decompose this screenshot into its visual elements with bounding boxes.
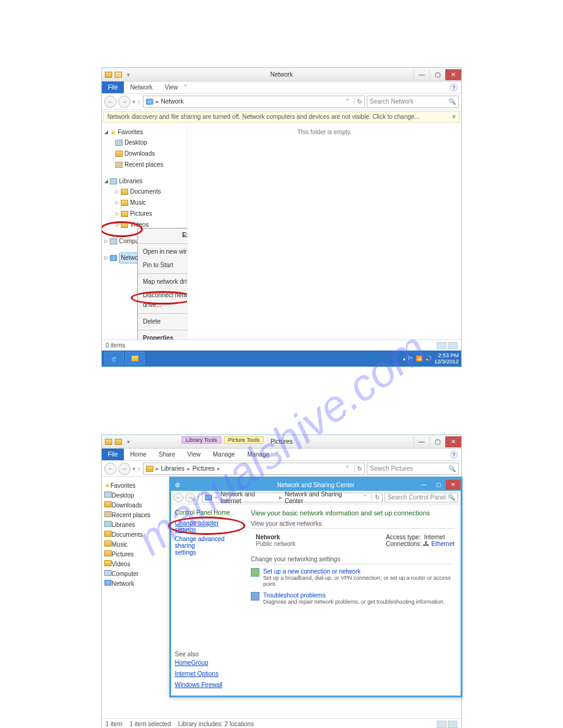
expand-icon[interactable]: ▷ [115, 198, 119, 208]
expand-icon[interactable]: ▷ [115, 209, 119, 219]
inner-search-input[interactable]: Search Control Panel 🔍 [385, 493, 458, 502]
expand-icon[interactable]: ▷ [104, 253, 108, 263]
inner-minimize-button[interactable]: — [416, 480, 431, 490]
breadcrumb-pictures[interactable]: Pictures [193, 465, 215, 472]
maximize-button[interactable]: ▢ [429, 69, 445, 80]
address-input[interactable]: ▸ Network ˅ ↻ [143, 96, 366, 108]
tray-volume-icon[interactable]: 🔊 [425, 355, 432, 362]
menu-item-properties[interactable]: Properties [138, 332, 188, 339]
help-icon[interactable]: ? [450, 451, 458, 458]
up-button[interactable]: ↑ [137, 465, 141, 472]
inner-address-input[interactable]: « Network and Internet ▸ Network and Sha… [202, 493, 383, 502]
ribbon-collapse-icon[interactable]: ˅ [184, 84, 187, 91]
taskbar-clock[interactable]: 2:53 PM 12/3/2012 [434, 352, 459, 365]
library-tools-tab[interactable]: Library Tools [182, 436, 221, 444]
taskbar-explorer-button[interactable] [125, 352, 145, 365]
breadcrumb-libraries[interactable]: Libraries [161, 465, 185, 472]
forward-button[interactable]: → [118, 463, 131, 475]
address-dropdown-icon[interactable]: ˅ [346, 465, 349, 472]
help-icon[interactable]: ? [450, 84, 458, 91]
tab-share[interactable]: Share [153, 450, 182, 459]
view-details-button[interactable] [437, 342, 446, 349]
dropdown-icon[interactable]: ▾ [124, 70, 132, 79]
sidebar-item-recent[interactable]: Recent places [104, 510, 167, 520]
minimize-button[interactable]: — [413, 436, 429, 447]
sidebar-item-music[interactable]: Music [104, 540, 167, 550]
refresh-icon[interactable]: ↻ [354, 98, 362, 105]
sidebar-item-network[interactable]: Network [112, 580, 134, 587]
search-input[interactable]: Search Pictures 🔍 [367, 463, 459, 475]
expand-icon[interactable]: ▷ [115, 220, 119, 230]
favorites-header[interactable]: Favorites [118, 127, 143, 137]
expand-icon[interactable]: ◢ [104, 127, 108, 137]
expand-icon[interactable]: ◢ [104, 176, 108, 186]
close-button[interactable]: ✕ [445, 69, 461, 80]
see-also-windows-firewall[interactable]: Windows Firewall [175, 681, 223, 689]
history-dropdown-icon[interactable]: ▾ [132, 466, 136, 472]
tab-home[interactable]: Home [124, 450, 153, 459]
sidebar-item-documents[interactable]: ▷Documents [115, 186, 185, 197]
sidebar-item-pictures[interactable]: ▷Pictures [115, 208, 185, 219]
menu-item-delete[interactable]: Delete [138, 315, 188, 328]
file-tab[interactable]: File [102, 82, 124, 93]
minimize-button[interactable]: — [413, 69, 429, 80]
breadcrumb-sharing-center[interactable]: Network and Sharing Center [285, 491, 361, 504]
tab-manage-picture[interactable]: Manage [241, 450, 275, 459]
address-dropdown-icon[interactable]: ˅ [346, 98, 349, 105]
file-tab[interactable]: File [102, 449, 124, 460]
tray-network-icon[interactable]: 📶 [416, 355, 423, 362]
view-icons-button[interactable] [448, 721, 458, 728]
maximize-button[interactable]: ▢ [429, 436, 445, 447]
sidebar-item-pictures[interactable]: Pictures [104, 550, 167, 559]
change-advanced-sharing-link[interactable]: Change advanced sharingsettings [175, 536, 241, 556]
sidebar-item-downloads[interactable]: Downloads [104, 501, 167, 510]
history-dropdown-icon[interactable]: ▾ [132, 99, 136, 105]
inner-back-button[interactable]: ← [174, 493, 183, 502]
sidebar-item-downloads[interactable]: Downloads [115, 148, 185, 159]
sidebar-item-videos[interactable]: Videos [104, 559, 167, 569]
sidebar-item-music[interactable]: ▷Music [115, 197, 185, 208]
menu-item-pin-to-start[interactable]: Pin to Start [138, 259, 188, 272]
view-icons-button[interactable] [448, 342, 458, 349]
sidebar-item-desktop[interactable]: Desktop [115, 137, 185, 148]
tray-flag-icon[interactable]: 🏳 [408, 355, 413, 362]
inner-maximize-button[interactable]: ▢ [431, 480, 446, 490]
menu-item-map-drive[interactable]: Map network drive... [138, 275, 188, 289]
dropdown-icon[interactable]: ▾ [124, 438, 132, 446]
ethernet-link[interactable]: Ethernet [431, 540, 454, 547]
expand-icon[interactable]: ▷ [104, 237, 108, 246]
breadcrumb-network[interactable]: Network [161, 98, 184, 105]
refresh-icon[interactable]: ↻ [354, 465, 362, 472]
inner-close-button[interactable]: ✕ [446, 480, 461, 490]
sidebar-item-documents[interactable]: Documents [104, 530, 167, 540]
expand-icon[interactable]: ▷ [115, 187, 119, 197]
forward-button[interactable]: → [118, 96, 131, 108]
info-bar-close-icon[interactable]: × [452, 113, 456, 120]
inner-up-button[interactable]: ↑ [197, 494, 200, 501]
close-button[interactable]: ✕ [445, 436, 461, 447]
change-adapter-settings-link[interactable]: Change adapter settings [175, 520, 241, 533]
info-bar[interactable]: Network discovery and file sharing are t… [103, 111, 460, 123]
menu-item-open-new-window[interactable]: Open in new window [138, 245, 188, 259]
new-connection-link[interactable]: Set up a new connection or network [263, 568, 454, 575]
menu-item-expand[interactable]: Expand [138, 229, 188, 242]
picture-tools-tab[interactable]: Picture Tools [224, 436, 264, 444]
tab-network[interactable]: Network [124, 83, 159, 92]
address-input[interactable]: ▸ Libraries ▸ Pictures ▸ ˅ ↻ [143, 463, 366, 475]
tab-manage-library[interactable]: Manage [207, 450, 241, 459]
control-panel-home-link[interactable]: Control Panel Home [175, 509, 241, 516]
view-details-button[interactable] [437, 721, 446, 728]
tray-expand-icon[interactable]: ▴ [403, 356, 405, 362]
sidebar-item-desktop[interactable]: Desktop [104, 491, 167, 501]
inner-forward-button[interactable]: → [185, 493, 195, 502]
tab-view[interactable]: View [182, 450, 207, 459]
menu-item-disconnect-drive[interactable]: Disconnect network drive... [138, 289, 188, 312]
favorites-header[interactable]: Favorites [110, 482, 136, 489]
back-button[interactable]: ← [104, 96, 117, 108]
libraries-header[interactable]: Libraries [119, 176, 142, 186]
back-button[interactable]: ← [104, 463, 117, 475]
breadcrumb-net-internet[interactable]: Network and Internet [220, 491, 277, 504]
troubleshoot-link[interactable]: Troubleshoot problems [263, 592, 445, 599]
up-button[interactable]: ↑ [137, 98, 141, 105]
taskbar-ie-button[interactable]: e [104, 352, 124, 365]
